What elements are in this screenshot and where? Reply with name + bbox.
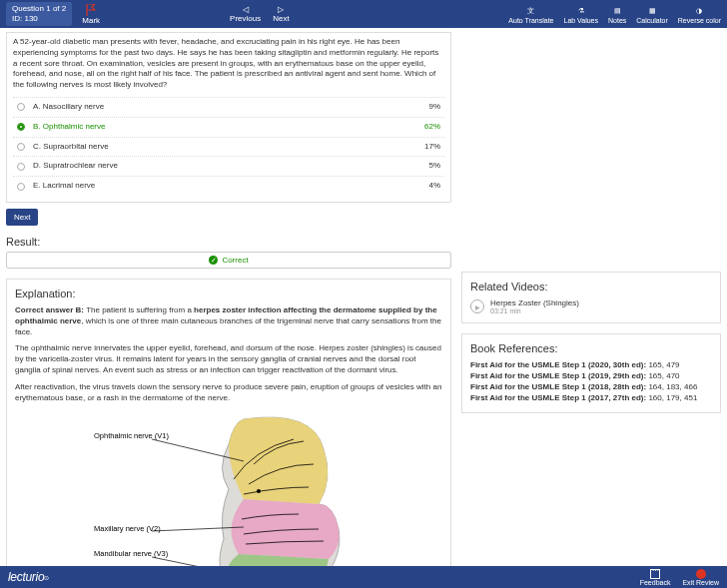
calculator-icon: ▦ bbox=[646, 5, 658, 17]
contrast-icon: ◑ bbox=[693, 5, 705, 17]
diagram-label-v3: Mandibular nerve (V3) bbox=[94, 549, 168, 558]
choice-c[interactable]: C. Supraorbital nerve17% bbox=[13, 137, 444, 157]
question-stem: A 52-year-old diabetic man presents with… bbox=[13, 37, 444, 91]
top-toolbar: Question 1 of 2 ID: 130 Mark ◁ Previous … bbox=[0, 0, 727, 28]
book-reference: First Aid for the USMLE Step 1 (2018, 28… bbox=[470, 382, 712, 391]
answer-choices: A. Nasociliary nerve9% B. Ophthalmic ner… bbox=[13, 97, 444, 196]
exit-icon bbox=[696, 569, 706, 579]
book-references-heading: Book References: bbox=[470, 342, 712, 354]
translate-icon: 文 bbox=[525, 5, 537, 17]
explanation-box: Explanation: Correct answer B: The patie… bbox=[6, 279, 451, 566]
explanation-p1: Correct answer B: The patient is sufferi… bbox=[15, 305, 442, 337]
radio-icon bbox=[17, 163, 25, 171]
book-references-box: Book References: First Aid for the USMLE… bbox=[461, 333, 721, 413]
trigeminal-diagram: Ophthalmic nerve (V1) Maxillary nerve (V… bbox=[94, 409, 364, 566]
previous-label: Previous bbox=[230, 14, 261, 23]
question-id: ID: 130 bbox=[12, 14, 66, 24]
result-heading: Result: bbox=[6, 236, 451, 248]
choice-d[interactable]: D. Supratrochlear nerve5% bbox=[13, 156, 444, 176]
flask-icon: ⚗ bbox=[575, 5, 587, 17]
book-reference: First Aid for the USMLE Step 1 (2019, 29… bbox=[470, 371, 712, 380]
next-button[interactable]: Next bbox=[6, 209, 38, 226]
feedback-button[interactable]: Feedback bbox=[640, 569, 671, 586]
choice-e[interactable]: E. Lacrimal nerve4% bbox=[13, 176, 444, 196]
mark-label: Mark bbox=[82, 16, 100, 25]
book-reference: First Aid for the USMLE Step 1 (2020, 30… bbox=[470, 360, 712, 369]
radio-icon bbox=[17, 143, 25, 151]
result-status: ✓Correct bbox=[6, 252, 451, 269]
question-counter: Question 1 of 2 ID: 130 bbox=[6, 2, 72, 25]
related-videos-box: Related Videos: ▶ Herpes Zoster (Shingle… bbox=[461, 272, 721, 323]
explanation-p3: After reactivation, the virus travels do… bbox=[15, 382, 442, 404]
flag-icon bbox=[86, 4, 96, 16]
feedback-icon bbox=[650, 569, 660, 579]
main-content: A 52-year-old diabetic man presents with… bbox=[0, 28, 727, 566]
brand-logo: lecturio⊙ bbox=[8, 570, 49, 584]
choice-a[interactable]: A. Nasociliary nerve9% bbox=[13, 97, 444, 117]
nav-controls: ◁ Previous ▷ Next bbox=[230, 5, 290, 23]
radio-icon bbox=[17, 103, 25, 111]
choice-b[interactable]: B. Ophthalmic nerve62% bbox=[13, 117, 444, 137]
radio-icon bbox=[17, 183, 25, 191]
explanation-p2: The ophthalmic nerve innervates the uppe… bbox=[15, 343, 442, 375]
exit-review-button[interactable]: Exit Review bbox=[682, 569, 719, 586]
next-nav-button[interactable]: ▷ Next bbox=[273, 5, 289, 23]
notes-button[interactable]: ▤ Notes bbox=[608, 5, 626, 24]
explanation-heading: Explanation: bbox=[15, 288, 442, 299]
chevron-left-icon: ◁ bbox=[243, 5, 249, 14]
video-duration: 03:21 min bbox=[490, 307, 579, 314]
auto-translate-button[interactable]: 文 Auto Translate bbox=[508, 5, 553, 24]
check-icon: ✓ bbox=[209, 256, 218, 265]
lab-values-button[interactable]: ⚗ Lab Values bbox=[563, 5, 598, 24]
related-videos-heading: Related Videos: bbox=[470, 281, 712, 293]
previous-button[interactable]: ◁ Previous bbox=[230, 5, 261, 23]
question-box: A 52-year-old diabetic man presents with… bbox=[6, 32, 451, 203]
calculator-button[interactable]: ▦ Calculator bbox=[636, 5, 668, 24]
bottom-bar: lecturio⊙ Feedback Exit Review bbox=[0, 566, 727, 588]
question-number: Question 1 of 2 bbox=[12, 4, 66, 14]
svg-point-0 bbox=[257, 489, 261, 493]
chevron-right-icon: ▷ bbox=[278, 5, 284, 14]
reverse-color-button[interactable]: ◑ Reverse color bbox=[678, 5, 721, 24]
next-label: Next bbox=[273, 14, 289, 23]
diagram-label-v1: Ophthalmic nerve (V1) bbox=[94, 431, 169, 440]
related-video-item[interactable]: ▶ Herpes Zoster (Shingles) 03:21 min bbox=[470, 298, 712, 314]
right-tools: 文 Auto Translate ⚗ Lab Values ▤ Notes ▦ … bbox=[508, 5, 721, 24]
video-title: Herpes Zoster (Shingles) bbox=[490, 298, 579, 307]
notes-icon: ▤ bbox=[611, 5, 623, 17]
play-circle-icon: ⊙ bbox=[44, 575, 49, 581]
play-icon: ▶ bbox=[470, 299, 484, 313]
radio-icon bbox=[17, 123, 25, 131]
mark-button[interactable]: Mark bbox=[82, 4, 100, 25]
diagram-label-v2: Maxillary nerve (V2) bbox=[94, 524, 161, 533]
book-reference: First Aid for the USMLE Step 1 (2017, 27… bbox=[470, 393, 712, 402]
